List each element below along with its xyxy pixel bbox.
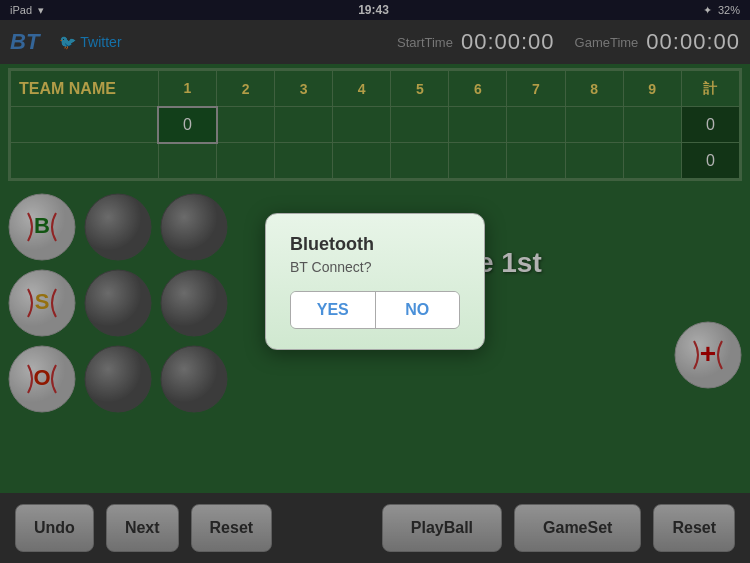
dialog-no-button[interactable]: NO (376, 292, 460, 328)
dialog-title: Bluetooth (290, 234, 460, 255)
dialog-yes-button[interactable]: YES (291, 292, 376, 328)
dialog-button-group: YES NO (290, 291, 460, 329)
dialog-overlay: Bluetooth BT Connect? YES NO (0, 0, 750, 563)
dialog-message: BT Connect? (290, 259, 460, 275)
bluetooth-dialog: Bluetooth BT Connect? YES NO (265, 213, 485, 350)
